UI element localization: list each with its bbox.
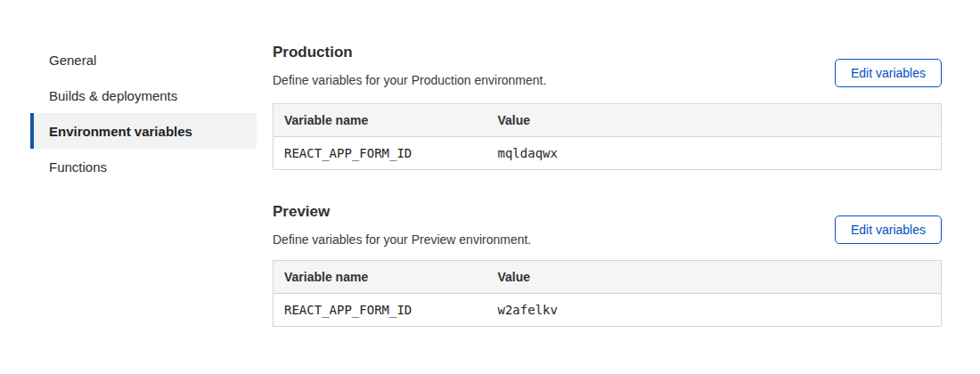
preview-edit-variables-button[interactable]: Edit variables bbox=[835, 215, 942, 244]
main-content: Production Define variables for your Pro… bbox=[273, 0, 942, 327]
production-variables-table: Variable name Value REACT_APP_FORM_ID mq… bbox=[273, 103, 942, 170]
table-row: REACT_APP_FORM_ID w2afelkv bbox=[274, 294, 942, 327]
value-header: Value bbox=[487, 261, 942, 294]
variable-name-cell: REACT_APP_FORM_ID bbox=[274, 294, 487, 327]
variable-name-cell: REACT_APP_FORM_ID bbox=[274, 137, 487, 170]
variable-name-header: Variable name bbox=[274, 261, 487, 294]
sidebar-item-label: Builds & deployments bbox=[49, 88, 177, 103]
production-section: Production Define variables for your Pro… bbox=[273, 44, 942, 170]
variable-value-cell: w2afelkv bbox=[487, 294, 942, 327]
value-header: Value bbox=[487, 104, 942, 137]
production-edit-variables-button[interactable]: Edit variables bbox=[835, 59, 942, 87]
settings-sidebar: General Builds & deployments Environment… bbox=[30, 42, 257, 184]
sidebar-item-functions[interactable]: Functions bbox=[30, 149, 257, 184]
preview-section: Preview Define variables for your Previe… bbox=[273, 203, 942, 327]
preview-variables-table: Variable name Value REACT_APP_FORM_ID w2… bbox=[273, 260, 942, 327]
table-row: REACT_APP_FORM_ID mqldaqwx bbox=[274, 137, 942, 170]
variable-name-header: Variable name bbox=[274, 104, 487, 137]
table-header-row: Variable name Value bbox=[274, 261, 942, 294]
settings-page: General Builds & deployments Environment… bbox=[0, 0, 980, 374]
sidebar-item-label: General bbox=[49, 53, 96, 68]
table-header-row: Variable name Value bbox=[274, 104, 942, 137]
sidebar-item-builds-deployments[interactable]: Builds & deployments bbox=[30, 77, 257, 113]
sidebar-item-label: Functions bbox=[49, 159, 107, 175]
sidebar-item-general[interactable]: General bbox=[30, 42, 257, 77]
sidebar-item-environment-variables[interactable]: Environment variables bbox=[30, 113, 257, 149]
sidebar-item-label: Environment variables bbox=[49, 124, 192, 139]
variable-value-cell: mqldaqwx bbox=[487, 137, 942, 170]
